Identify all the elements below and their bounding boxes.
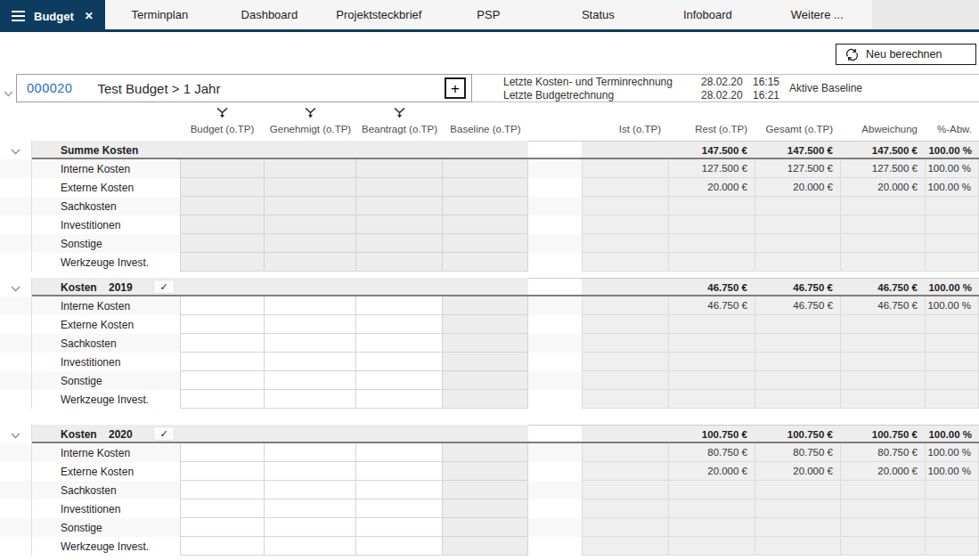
budget-cell[interactable] bbox=[180, 296, 265, 315]
group-year: 2020 bbox=[109, 428, 148, 441]
tab-list: TerminplanDashboardProjektsteckbriefPSPS… bbox=[105, 0, 872, 29]
tab-status[interactable]: Status bbox=[543, 0, 653, 29]
budget-cell[interactable] bbox=[180, 518, 265, 537]
group-total-rest: 100.750 € bbox=[668, 425, 755, 443]
baseline-cell bbox=[443, 353, 528, 371]
budget-cell[interactable] bbox=[180, 462, 265, 481]
tab-projektsteckbrief[interactable]: Projektsteckbrief bbox=[324, 0, 434, 29]
tab-dashboard[interactable]: Dashboard bbox=[215, 0, 324, 29]
tab-bar: Budget ✕ TerminplanDashboardProjektsteck… bbox=[0, 0, 979, 32]
budget-cell bbox=[180, 253, 265, 272]
pct-abw-cell bbox=[925, 234, 979, 253]
beantragt-cell[interactable] bbox=[356, 499, 443, 518]
genehmigt-cell[interactable] bbox=[265, 481, 356, 499]
recalculate-button[interactable]: Neu berechnen bbox=[836, 44, 976, 65]
baseline-checkbox[interactable]: ✓ bbox=[153, 280, 175, 294]
genehmigt-cell bbox=[265, 215, 356, 234]
budget-cell bbox=[180, 178, 265, 197]
gap-cell bbox=[528, 334, 582, 353]
pct-abw-cell: 100.00 % bbox=[925, 296, 979, 315]
filter-icon[interactable] bbox=[356, 105, 443, 120]
tab-infoboard[interactable]: Infoboard bbox=[653, 0, 763, 29]
beantragt-cell[interactable] bbox=[356, 315, 443, 334]
filter-icon[interactable] bbox=[265, 105, 356, 120]
project-collapse-chevron-icon[interactable] bbox=[4, 85, 13, 101]
genehmigt-cell[interactable] bbox=[265, 390, 356, 409]
gap-cell bbox=[528, 296, 582, 315]
genehmigt-cell[interactable] bbox=[265, 296, 356, 315]
row-label: Investitionen bbox=[32, 215, 180, 234]
ist-cell bbox=[582, 353, 668, 371]
gap-cell bbox=[528, 462, 582, 481]
close-icon[interactable]: ✕ bbox=[85, 10, 94, 22]
tab-psp[interactable]: PSP bbox=[434, 0, 543, 29]
row-gutter bbox=[0, 462, 32, 481]
budget-row: Externe Kosten20.000 €20.000 €20.000 €10… bbox=[0, 178, 979, 197]
gap-cell bbox=[528, 197, 582, 215]
genehmigt-cell[interactable] bbox=[265, 371, 356, 390]
budget-row: Investitionen bbox=[0, 215, 979, 234]
beantragt-cell[interactable] bbox=[356, 334, 443, 353]
abweichung-cell: 80.750 € bbox=[840, 443, 925, 462]
active-tab-label: Budget bbox=[34, 10, 74, 23]
beantragt-cell[interactable] bbox=[356, 296, 443, 315]
beantragt-cell[interactable] bbox=[356, 353, 443, 371]
rest-cell bbox=[668, 537, 755, 556]
genehmigt-cell[interactable] bbox=[265, 499, 356, 518]
collapse-chevron-icon[interactable] bbox=[11, 426, 20, 442]
add-button[interactable]: + bbox=[445, 77, 466, 99]
budget-cell[interactable] bbox=[180, 499, 265, 518]
collapse-chevron-icon[interactable] bbox=[11, 142, 20, 158]
group-year: 2019 bbox=[109, 281, 148, 294]
genehmigt-cell[interactable] bbox=[265, 518, 356, 537]
gesamt-cell bbox=[755, 499, 840, 518]
tab-terminplan[interactable]: Terminplan bbox=[105, 0, 215, 29]
budget-row: Interne Kosten80.750 €80.750 €80.750 €10… bbox=[0, 443, 979, 462]
budget-cell[interactable] bbox=[180, 390, 265, 409]
section-gap bbox=[0, 272, 979, 278]
abweichung-cell bbox=[840, 315, 925, 334]
baseline-cell bbox=[443, 334, 528, 353]
baseline-cell bbox=[443, 253, 528, 272]
gesamt-cell bbox=[755, 253, 840, 272]
genehmigt-cell[interactable] bbox=[265, 315, 356, 334]
calc-info-date: 28.02.20 bbox=[701, 76, 753, 88]
genehmigt-cell[interactable] bbox=[265, 443, 356, 462]
genehmigt-cell[interactable] bbox=[265, 334, 356, 353]
filter-icon[interactable] bbox=[180, 105, 265, 120]
beantragt-cell[interactable] bbox=[356, 443, 443, 462]
gesamt-cell: 46.750 € bbox=[755, 296, 840, 315]
beantragt-cell[interactable] bbox=[356, 371, 443, 390]
gesamt-cell: 20.000 € bbox=[755, 462, 840, 481]
budget-cell bbox=[180, 197, 265, 215]
budget-cell[interactable] bbox=[180, 353, 265, 371]
baseline-cell bbox=[443, 296, 528, 315]
beantragt-cell[interactable] bbox=[356, 518, 443, 537]
budget-cell[interactable] bbox=[180, 443, 265, 462]
tab-weitere[interactable]: Weitere ... bbox=[763, 0, 872, 29]
column-header-genehmigt: Genehmigt (o.TP) bbox=[265, 120, 356, 138]
row-label: Interne Kosten bbox=[32, 296, 180, 315]
group-total-abweichung: 147.500 € bbox=[840, 141, 925, 159]
genehmigt-cell[interactable] bbox=[265, 353, 356, 371]
budget-cell[interactable] bbox=[180, 537, 265, 556]
baseline-checkbox[interactable]: ✓ bbox=[153, 426, 175, 441]
tab-budget-active[interactable]: Budget ✕ bbox=[0, 0, 105, 32]
collapse-chevron-icon[interactable] bbox=[11, 280, 20, 296]
budget-cell[interactable] bbox=[180, 371, 265, 390]
genehmigt-cell[interactable] bbox=[265, 537, 356, 556]
beantragt-cell[interactable] bbox=[356, 462, 443, 481]
ist-cell bbox=[582, 390, 668, 409]
budget-cell[interactable] bbox=[180, 481, 265, 499]
beantragt-cell[interactable] bbox=[356, 390, 443, 409]
budget-cell[interactable] bbox=[180, 315, 265, 334]
beantragt-cell[interactable] bbox=[356, 537, 443, 556]
budget-cell[interactable] bbox=[180, 334, 265, 353]
genehmigt-cell[interactable] bbox=[265, 462, 356, 481]
beantragt-cell[interactable] bbox=[356, 481, 443, 499]
row-label: Interne Kosten bbox=[32, 443, 180, 462]
budget-row: Sachkosten bbox=[0, 197, 979, 215]
group-total-pct: 100.00 % bbox=[925, 278, 979, 296]
gesamt-cell bbox=[755, 353, 840, 371]
menu-icon[interactable] bbox=[12, 11, 25, 21]
